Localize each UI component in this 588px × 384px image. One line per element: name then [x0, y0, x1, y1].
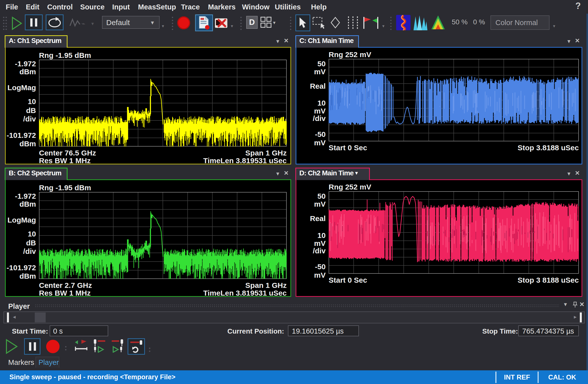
svg-text:⌁: ⌁: [81, 20, 85, 27]
